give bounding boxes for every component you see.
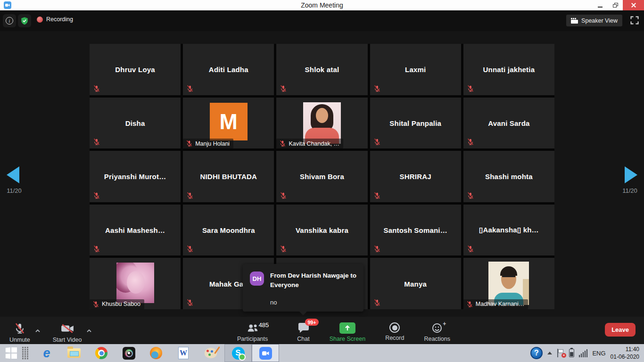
participant-tile[interactable]: Shashi mohta bbox=[463, 151, 554, 202]
participant-tile[interactable]: Khusbu Saboo bbox=[90, 258, 181, 309]
participant-name-chip: Kavita Chandak, … bbox=[276, 139, 343, 148]
participant-name: ▯Aakansha▯ kh… bbox=[463, 226, 554, 234]
participant-tile[interactable]: Priyanshi Murot… bbox=[90, 151, 181, 202]
participant-name: Avani Sarda bbox=[463, 119, 554, 127]
leave-button[interactable]: Leave bbox=[605, 323, 636, 337]
muted-mic-icon bbox=[186, 299, 194, 306]
chat-unread-badge: 99+ bbox=[305, 319, 319, 326]
chrome-icon[interactable] bbox=[88, 344, 115, 362]
help-tray-icon[interactable]: ? bbox=[530, 347, 543, 359]
chat-notification-popup[interactable]: DH From Dev Harish Nawgaje to Everyone n… bbox=[243, 264, 363, 312]
participant-tile[interactable]: Kavita Chandak, … bbox=[276, 98, 367, 149]
participant-video-photo bbox=[488, 262, 529, 305]
meeting-info-button[interactable]: i bbox=[3, 14, 16, 27]
participant-name: Manya bbox=[370, 280, 461, 288]
close-button[interactable] bbox=[623, 0, 644, 10]
participant-tile[interactable]: Aditi Ladha bbox=[183, 44, 274, 95]
video-options-chevron[interactable] bbox=[84, 324, 94, 337]
participants-label: Participants bbox=[237, 336, 268, 342]
participant-tile[interactable]: ▯Aakansha▯ kh… bbox=[463, 205, 554, 256]
battery-icon[interactable] bbox=[569, 349, 574, 357]
restore-icon bbox=[613, 3, 618, 8]
speaker-view-button[interactable]: Speaker View bbox=[566, 15, 622, 26]
muted-mic-icon bbox=[93, 85, 100, 92]
network-signal-icon[interactable] bbox=[579, 349, 588, 357]
participant-tile[interactable]: Madhav Karnani… bbox=[463, 258, 554, 309]
dots-grid-icon[interactable] bbox=[22, 346, 29, 360]
participant-tile[interactable]: SHRIRAJ bbox=[370, 151, 461, 202]
participant-tile[interactable]: MManju Holani bbox=[183, 98, 274, 149]
reactions-plus-icon: + bbox=[443, 321, 446, 327]
participant-tile[interactable]: Shlok atal bbox=[276, 44, 367, 95]
start-button[interactable] bbox=[0, 344, 22, 362]
zoom-meeting-window: Zoom Meeting i Recording Speaker bbox=[0, 0, 644, 362]
zoom-icon[interactable] bbox=[252, 344, 279, 362]
internet-explorer-icon[interactable]: e bbox=[33, 344, 60, 362]
action-center-flag-icon[interactable]: × bbox=[557, 349, 564, 357]
restore-button[interactable] bbox=[608, 0, 623, 10]
taskbar-clock[interactable]: 11:40 01-06-2020 bbox=[611, 346, 641, 361]
muted-mic-icon bbox=[279, 140, 286, 147]
participant-tile[interactable]: Dhruv Loya bbox=[90, 44, 181, 95]
paint-icon[interactable] bbox=[197, 344, 224, 362]
muted-mic-icon bbox=[93, 138, 100, 146]
participant-tile[interactable]: Unnati jakhetia bbox=[463, 44, 554, 95]
participant-name-chip: Madhav Karnani… bbox=[463, 299, 528, 309]
participant-name: Shlok atal bbox=[276, 66, 367, 74]
system-tray: ? × ENG 11:40 01-06-2020 bbox=[530, 344, 641, 362]
muted-mic-icon bbox=[373, 138, 381, 146]
muted-mic-icon bbox=[467, 245, 474, 253]
webcam-app-icon[interactable] bbox=[115, 344, 142, 362]
start-video-button[interactable]: Start Video bbox=[50, 320, 85, 343]
reactions-smiley-icon bbox=[431, 322, 443, 334]
hidden-icons-chevron[interactable] bbox=[547, 352, 552, 354]
participant-tile[interactable]: Disha bbox=[90, 98, 181, 149]
close-icon bbox=[631, 2, 636, 8]
participant-tile[interactable]: Sara Moondhra bbox=[183, 205, 274, 256]
participant-tile[interactable]: Vanshika kabra bbox=[276, 205, 367, 256]
meeting-area: i Recording Speaker View 11/20 11/20 bbox=[0, 10, 644, 344]
share-screen-button[interactable]: Share Screen bbox=[327, 320, 368, 342]
participant-tile[interactable]: Shivam Bora bbox=[276, 151, 367, 202]
reactions-button[interactable]: + Reactions bbox=[421, 320, 453, 342]
muted-mic-icon bbox=[467, 192, 474, 199]
recording-label: Recording bbox=[46, 16, 73, 23]
participant-name: Shital Panpalia bbox=[370, 119, 461, 127]
video-off-icon bbox=[60, 322, 74, 335]
share-screen-icon bbox=[339, 322, 355, 334]
participant-tile[interactable]: NIDHI BHUTADA bbox=[183, 151, 274, 202]
participants-count: 485 bbox=[259, 321, 269, 329]
encryption-shield-button[interactable] bbox=[18, 14, 31, 27]
next-page-arrow[interactable] bbox=[625, 166, 637, 183]
chat-button[interactable]: 99+ Chat bbox=[294, 320, 312, 342]
record-button[interactable]: Record bbox=[382, 320, 407, 341]
muted-mic-icon bbox=[93, 192, 100, 199]
start-video-label: Start Video bbox=[53, 337, 82, 343]
participant-name: Aashi Mashesh… bbox=[90, 226, 181, 234]
unmute-button[interactable]: Unmute bbox=[7, 320, 33, 343]
audio-options-chevron[interactable] bbox=[33, 324, 42, 337]
participant-tile[interactable]: Santosh Somani… bbox=[370, 205, 461, 256]
windows-taskbar: eWS ? × ENG 11:40 01-06-2020 bbox=[0, 344, 644, 362]
recording-dot-icon bbox=[37, 16, 43, 23]
participant-tile[interactable]: Shital Panpalia bbox=[370, 98, 461, 149]
participant-tile[interactable]: Manya bbox=[370, 258, 461, 309]
muted-mic-icon bbox=[373, 192, 381, 199]
participant-tile[interactable]: Laxmi bbox=[370, 44, 461, 95]
muted-mic-icon bbox=[467, 85, 474, 92]
muted-mic-icon bbox=[186, 245, 194, 253]
participants-button[interactable]: 485 Participants bbox=[234, 320, 280, 342]
participant-tile[interactable]: Aashi Mashesh… bbox=[90, 205, 181, 256]
word-icon[interactable]: W bbox=[170, 344, 197, 362]
window-title: Zoom Meeting bbox=[0, 1, 644, 9]
file-explorer-icon[interactable] bbox=[60, 344, 88, 362]
skype-icon[interactable]: S bbox=[224, 344, 252, 362]
participant-tile[interactable]: Avani Sarda bbox=[463, 98, 554, 149]
firefox-icon[interactable] bbox=[142, 344, 170, 362]
minimize-button[interactable] bbox=[593, 0, 608, 10]
fullscreen-button[interactable] bbox=[630, 16, 639, 25]
language-indicator[interactable]: ENG bbox=[592, 350, 605, 357]
participant-name: Manju Holani bbox=[195, 140, 230, 147]
previous-page-arrow[interactable] bbox=[7, 166, 19, 183]
window-titlebar: Zoom Meeting bbox=[0, 0, 644, 10]
